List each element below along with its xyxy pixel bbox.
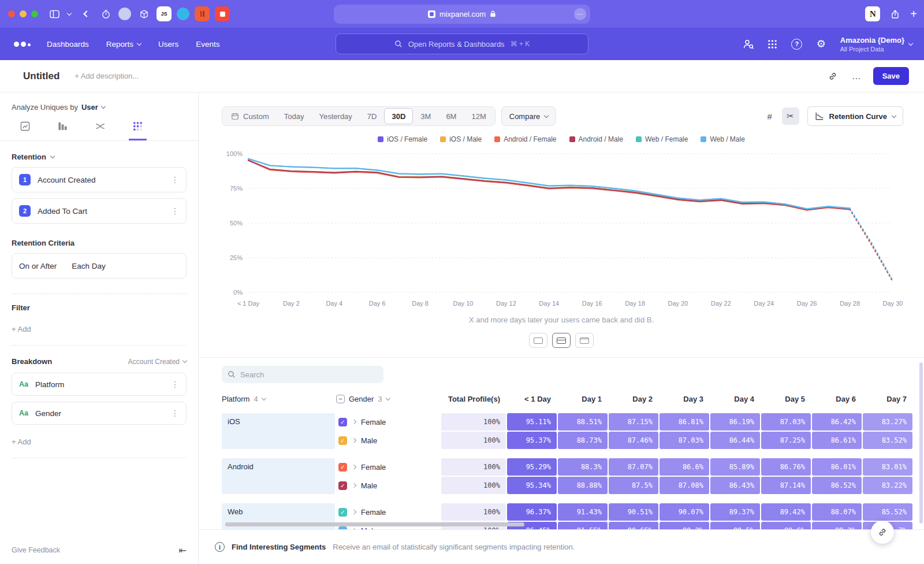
extension-blue-app-icon[interactable]	[177, 8, 189, 20]
notion-app-icon[interactable]: N	[865, 6, 880, 21]
retention-value-cell[interactable]: 87.08%	[660, 477, 709, 494]
nav-item-events[interactable]: Events	[196, 40, 219, 49]
more-options-button[interactable]: …	[852, 71, 862, 81]
report-description-placeholder[interactable]: + Add description...	[74, 72, 139, 80]
retention-value-cell[interactable]: 91.43%	[558, 503, 608, 521]
extension-notes-icon[interactable]	[118, 8, 131, 20]
column-header---1-day[interactable]: < 1 Day	[507, 395, 557, 403]
window-zoom-button[interactable]	[31, 10, 38, 17]
tab-funnels-icon[interactable]	[54, 121, 72, 140]
retention-value-cell[interactable]: 90.51%	[609, 503, 658, 521]
retention-value-cell[interactable]: 83.01%	[863, 458, 912, 476]
compare-button[interactable]: Compare	[501, 106, 556, 126]
footer-title[interactable]: Find Interesting Segments	[232, 543, 326, 551]
tab-insights-icon[interactable]	[16, 121, 34, 140]
column-header-total-profiles[interactable]: Total Profile(s)	[441, 395, 506, 403]
expand-chevron-icon[interactable]	[352, 510, 356, 514]
legend-item[interactable]: Web / Male	[701, 135, 744, 143]
retention-value-cell[interactable]: 86.19%	[710, 413, 760, 431]
retention-value-cell[interactable]: 89.42%	[761, 503, 811, 521]
settings-gear-icon[interactable]: ⚙	[815, 38, 828, 50]
analyze-entity-dropdown[interactable]: User	[81, 103, 105, 112]
annotations-hash-icon[interactable]: #	[761, 107, 778, 125]
column-header-day-1[interactable]: Day 1	[558, 395, 608, 403]
retention-value-cell[interactable]: 88.73%	[558, 432, 608, 449]
window-minimize-button[interactable]	[20, 10, 27, 17]
retention-step-1[interactable]: 1 Account Created ⋮	[12, 167, 187, 192]
back-button[interactable]	[80, 6, 94, 21]
retention-value-cell[interactable]: 87.07%	[609, 458, 658, 476]
criteria-interval[interactable]: Each Day	[72, 262, 106, 270]
row-checkbox[interactable]: ✓	[338, 436, 347, 445]
nav-item-dashboards[interactable]: Dashboards	[47, 40, 89, 49]
give-feedback-link[interactable]: Give Feedback	[12, 546, 60, 554]
retention-value-cell[interactable]: 87.03%	[660, 432, 709, 449]
user-search-icon[interactable]	[742, 38, 755, 50]
legend-item[interactable]: Android / Male	[569, 135, 623, 143]
collapse-sidebar-icon[interactable]: ⇤	[179, 545, 187, 556]
retention-value-cell[interactable]: 96.37%	[507, 503, 557, 521]
sidebar-toggle-icon[interactable]	[47, 6, 61, 21]
extension-package-icon[interactable]	[136, 6, 151, 21]
column-header-gender[interactable]: –Gender3	[336, 395, 440, 403]
extension-red-app-icon[interactable]	[215, 6, 230, 21]
chart-type-dropdown[interactable]: Retention Curve	[807, 106, 903, 126]
view-split-button[interactable]	[552, 333, 571, 348]
range-option-6m[interactable]: 6M	[438, 108, 464, 124]
retention-value-cell[interactable]: 85.52%	[863, 503, 912, 521]
retention-value-cell[interactable]: 87.03%	[761, 413, 811, 431]
nav-item-reports[interactable]: Reports	[106, 40, 141, 49]
extension-js-icon[interactable]: JS	[157, 6, 172, 21]
save-button[interactable]: Save	[873, 67, 909, 85]
copy-link-icon[interactable]	[825, 69, 840, 84]
tab-retention-icon[interactable]	[129, 121, 147, 140]
range-option-today[interactable]: Today	[277, 108, 312, 124]
retention-value-cell[interactable]: 90.65%	[609, 522, 658, 529]
view-table-only-button[interactable]	[575, 333, 594, 348]
kebab-menu-icon[interactable]: ⋮	[171, 380, 179, 389]
retention-criteria-card[interactable]: On or After Each Day	[12, 253, 187, 279]
retention-section-header[interactable]: Retention	[12, 153, 187, 161]
extension-orange-app-icon[interactable]	[195, 6, 210, 21]
help-icon[interactable]: ?	[791, 38, 803, 50]
range-option-custom[interactable]: Custom	[223, 108, 277, 124]
column-header-platform[interactable]: Platform4	[222, 395, 335, 403]
window-close-button[interactable]	[8, 10, 15, 17]
range-option-yesterday[interactable]: Yesterday	[312, 108, 360, 124]
kebab-menu-icon[interactable]: ⋮	[171, 409, 179, 418]
retention-value-cell[interactable]: 88.3%	[558, 458, 608, 476]
row-checkbox[interactable]: ✓	[338, 508, 347, 517]
global-search-button[interactable]: Open Reports & Dashboards ⌘ + K	[336, 34, 588, 54]
row-checkbox[interactable]: ✓	[338, 418, 347, 426]
retention-value-cell[interactable]: 87.25%	[761, 432, 811, 449]
legend-item[interactable]: iOS / Female	[378, 135, 427, 143]
retention-value-cell[interactable]: 87.5%	[609, 477, 658, 494]
expand-chevron-icon[interactable]	[352, 438, 356, 443]
row-checkbox[interactable]: ✓	[338, 463, 347, 472]
scissors-icon[interactable]: ✂	[782, 107, 799, 125]
row-checkbox[interactable]: ✓	[338, 481, 347, 490]
column-header-day-2[interactable]: Day 2	[609, 395, 658, 403]
retention-value-cell[interactable]: 87.14%	[761, 477, 811, 494]
column-header-day-5[interactable]: Day 5	[761, 395, 811, 403]
retention-value-cell[interactable]: 95.29%	[507, 458, 557, 476]
retention-value-cell[interactable]: 86.61%	[812, 432, 862, 449]
retention-value-cell[interactable]: 86.52%	[812, 477, 862, 494]
column-header-day-6[interactable]: Day 6	[812, 395, 862, 403]
indeterminate-checkbox[interactable]: –	[336, 395, 345, 403]
expand-chevron-icon[interactable]	[352, 420, 356, 424]
mixpanel-logo[interactable]	[14, 42, 31, 47]
tab-list-chevron-icon[interactable]	[66, 6, 73, 21]
range-option-7d[interactable]: 7D	[360, 108, 385, 124]
apps-grid-icon[interactable]	[766, 38, 779, 50]
retention-value-cell[interactable]: 95.34%	[507, 477, 557, 494]
breakdown-platform[interactable]: Aa Platform ⋮	[12, 373, 187, 396]
view-chart-only-button[interactable]	[529, 333, 547, 348]
column-header-day-4[interactable]: Day 4	[710, 395, 760, 403]
retention-value-cell[interactable]: 88.07%	[812, 503, 862, 521]
series-line-web---male[interactable]	[248, 159, 850, 209]
vertical-scrollbar[interactable]	[919, 362, 923, 524]
retention-value-cell[interactable]: 87.15%	[609, 413, 658, 431]
retention-value-cell[interactable]: 88.88%	[558, 477, 608, 494]
column-header-day-7[interactable]: Day 7	[863, 395, 912, 403]
